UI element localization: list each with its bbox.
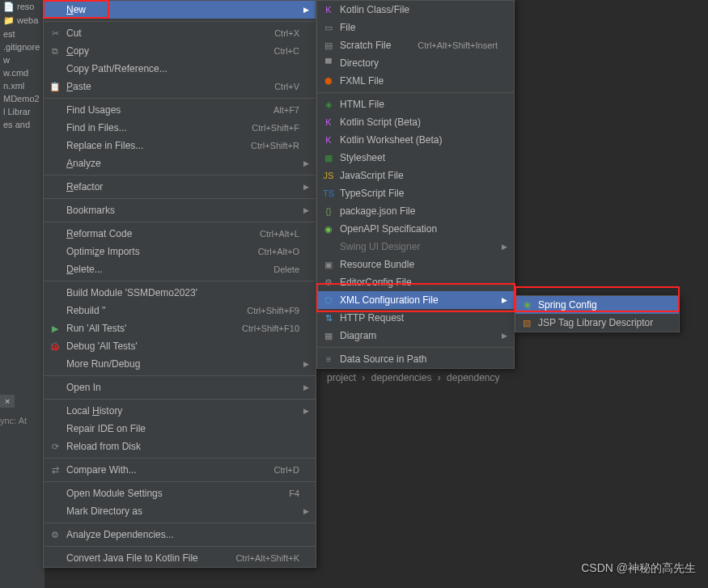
menu-item-resource-bundle[interactable]: ▣Resource Bundle (317, 256, 514, 273)
menu-item-diagram[interactable]: ▦Diagram▶ (317, 327, 514, 345)
menu-separator (44, 375, 316, 376)
menu-item-build-module-ssmdemo2023[interactable]: Build Module 'SSMDemo2023' (44, 284, 316, 302)
submenu-arrow-icon: ▶ (303, 178, 309, 196)
menu-item-optimize-imports[interactable]: Optimize ImportsCtrl+Alt+O (44, 243, 316, 260)
menu-item-stylesheet[interactable]: ▦Stylesheet (317, 149, 514, 167)
menu-item-label: XML Configuration File (340, 294, 439, 306)
menu-item-fxml-file[interactable]: ⬢FXML File (317, 72, 514, 90)
menu-item-openapi-specification[interactable]: ◉OpenAPI Specification (317, 220, 514, 238)
menu-item-more-run-debug[interactable]: More Run/Debug▶ (44, 355, 316, 373)
breadcrumb[interactable]: project › dependencies › dependency (324, 372, 503, 383)
menu-item-label: Analyze (66, 158, 101, 169)
menu-item-package-json-file[interactable]: {}package.json File (317, 202, 514, 220)
sidebar-item[interactable]: w (0, 53, 45, 66)
kotlin-icon: K (322, 3, 335, 16)
sidebar-item[interactable]: est (0, 27, 45, 40)
menu-item-http-request[interactable]: ⇅HTTP Request (317, 309, 514, 327)
menu-item-label: Run 'All Tests' (66, 323, 126, 334)
menu-item-jsp-tag-library-descriptor[interactable]: ▧JSP Tag Library Descriptor (515, 314, 679, 332)
menu-item-spring-config[interactable]: ❀Spring Config (515, 296, 679, 314)
menu-item-analyze[interactable]: Analyze▶ (44, 154, 316, 172)
menu-item-xml-configuration-file[interactable]: ⬡XML Configuration File▶ (317, 291, 514, 309)
menu-item-bookmarks[interactable]: Bookmarks▶ (44, 201, 316, 219)
sidebar-item[interactable]: 📄 reso (0, 0, 45, 14)
bundle-icon: ▣ (322, 258, 335, 271)
menu-separator (44, 458, 316, 459)
menu-item-open-in[interactable]: Open In▶ (44, 379, 316, 396)
menu-item-refactor[interactable]: Refactor▶ (44, 178, 316, 196)
menu-item-label: Debug 'All Tests' (66, 341, 138, 352)
menu-item-typescript-file[interactable]: TSTypeScript File (317, 184, 514, 202)
menu-item-convert-java-file-to-kotlin-file[interactable]: Convert Java File to Kotlin FileCtrl+Alt… (44, 549, 316, 567)
menu-item-label: HTTP Request (340, 312, 404, 324)
menu-item-repair-ide-on-file[interactable]: Repair IDE on File (44, 420, 316, 438)
sidebar-item[interactable]: .gitignore (0, 40, 45, 53)
menu-item-compare-with[interactable]: ⇄Compare With...Ctrl+D (44, 461, 316, 479)
menu-item-html-file[interactable]: ◈HTML File (317, 95, 514, 113)
menu-item-scratch-file[interactable]: ▤Scratch FileCtrl+Alt+Shift+Insert (317, 36, 514, 54)
sidebar-item[interactable]: w.cmd (0, 66, 45, 79)
menu-separator (44, 98, 316, 99)
menu-item-open-module-settings[interactable]: Open Module SettingsF4 (44, 484, 316, 502)
menu-item-file[interactable]: ▭File (317, 19, 514, 36)
menu-item-label: Repair IDE on File (66, 423, 146, 434)
dir-icon: ▀ (322, 57, 335, 70)
menu-item-copy[interactable]: ⧉CopyCtrl+C (44, 42, 316, 60)
menu-item-find-usages[interactable]: Find UsagesAlt+F7 (44, 101, 316, 119)
menu-item-rebuild-default[interactable]: Rebuild ''Ctrl+Shift+F9 (44, 302, 316, 319)
menu-item-delete[interactable]: Delete...Delete (44, 260, 316, 278)
menu-separator (44, 546, 316, 547)
menu-item-mark-directory-as[interactable]: Mark Directory as▶ (44, 502, 316, 520)
context-menu: New▶✂CutCtrl+X⧉CopyCtrl+CCopy Path/Refer… (43, 0, 316, 568)
run-icon: ▶ (49, 322, 61, 335)
shortcut-label: Ctrl+Shift+F9 (247, 302, 299, 319)
menu-item-label: JSP Tag Library Descriptor (538, 317, 653, 328)
menu-item-label: TypeScript File (340, 188, 404, 199)
menu-separator (44, 198, 316, 199)
menu-item-local-history[interactable]: Local History▶ (44, 402, 316, 420)
menu-item-new[interactable]: New▶ (44, 1, 316, 19)
kotlin-icon: K (322, 133, 335, 146)
menu-item-analyze-dependencies[interactable]: ⚙Analyze Dependencies... (44, 526, 316, 544)
menu-separator (317, 347, 514, 348)
menu-item-editorconfig-file[interactable]: ⚙EditorConfig File (317, 273, 514, 291)
sync-tab[interactable]: × (0, 395, 15, 408)
submenu-arrow-icon: ▶ (303, 502, 309, 520)
menu-item-run-all-tests[interactable]: ▶Run 'All Tests'Ctrl+Shift+F10 (44, 319, 316, 337)
menu-item-kotlin-script-beta[interactable]: KKotlin Script (Beta) (317, 113, 514, 131)
menu-item-label: Mark Directory as (66, 506, 142, 517)
shortcut-label: Ctrl+Alt+Shift+K (235, 549, 299, 567)
shortcut-label: Ctrl+Alt+L (260, 225, 299, 243)
shortcut-label: Ctrl+Alt+Shift+Insert (418, 36, 498, 54)
menu-separator (44, 175, 316, 176)
menu-item-label: Find Usages (66, 104, 121, 116)
html-icon: ◈ (322, 98, 335, 111)
xml-config-submenu: ❀Spring Config▧JSP Tag Library Descripto… (515, 295, 680, 332)
menu-item-reload-from-disk[interactable]: ⟳Reload from Disk (44, 438, 316, 455)
menu-item-kotlin-worksheet-beta[interactable]: KKotlin Worksheet (Beta) (317, 131, 514, 149)
sidebar-item[interactable]: es and (0, 118, 45, 131)
menu-item-find-in-files[interactable]: Find in Files...Ctrl+Shift+F (44, 119, 316, 137)
scratch-icon: ▤ (322, 39, 335, 52)
menu-item-replace-in-files[interactable]: Replace in Files...Ctrl+Shift+R (44, 137, 316, 154)
menu-item-directory[interactable]: ▀Directory (317, 54, 514, 72)
submenu-arrow-icon: ▶ (303, 1, 309, 19)
menu-item-copy-path-reference[interactable]: Copy Path/Reference... (44, 60, 316, 78)
menu-item-paste[interactable]: 📋PasteCtrl+V (44, 78, 316, 95)
menu-item-label: Stylesheet (340, 152, 385, 163)
menu-item-label: Scratch File (340, 40, 391, 51)
sidebar-item[interactable]: l Librar (0, 105, 45, 118)
sidebar-item[interactable]: MDemo2 (0, 92, 45, 105)
submenu-arrow-icon: ▶ (303, 154, 309, 172)
menu-item-data-source-in-path[interactable]: ≡Data Source in Path (317, 350, 514, 368)
sidebar-item[interactable]: 📁 weba (0, 14, 45, 27)
sidebar-item[interactable]: n.xml (0, 79, 45, 92)
menu-item-debug-all-tests[interactable]: 🐞Debug 'All Tests' (44, 337, 316, 355)
new-submenu: KKotlin Class/File▭File▤Scratch FileCtrl… (316, 0, 515, 369)
diagram-icon: ▦ (322, 329, 335, 342)
menu-item-javascript-file[interactable]: JSJavaScript File (317, 167, 514, 184)
menu-item-cut[interactable]: ✂CutCtrl+X (44, 24, 316, 42)
fxml-icon: ⬢ (322, 74, 335, 87)
menu-item-reformat-code[interactable]: Reformat CodeCtrl+Alt+L (44, 225, 316, 243)
menu-item-kotlin-class-file[interactable]: KKotlin Class/File (317, 1, 514, 19)
